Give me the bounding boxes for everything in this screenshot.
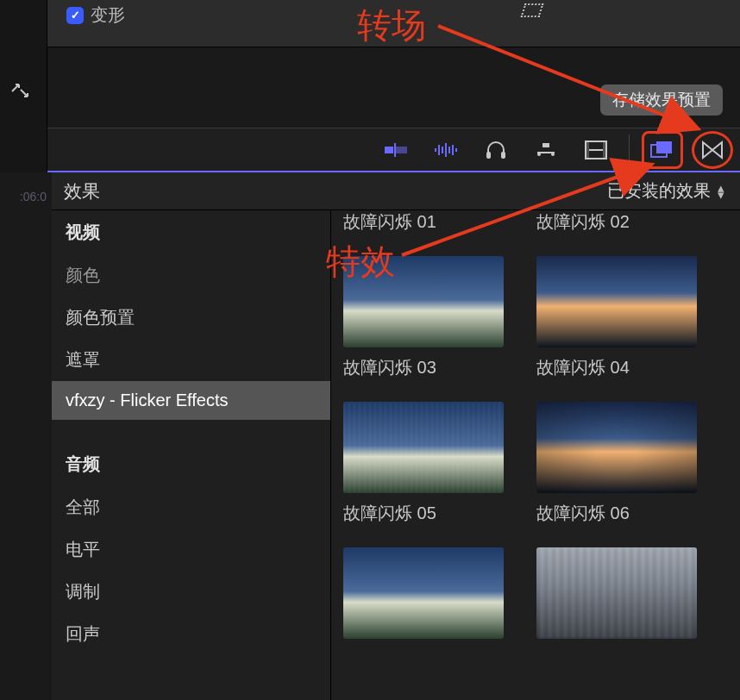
sidebar-item-color[interactable]: 颜色 xyxy=(52,254,330,297)
sidebar-item-modulation[interactable]: 调制 xyxy=(52,571,330,613)
svg-rect-0 xyxy=(385,147,393,153)
effect-thumbnail xyxy=(343,256,504,347)
effect-item[interactable] xyxy=(343,547,504,639)
effects-title: 效果 xyxy=(64,179,100,203)
transitions-browser-button[interactable] xyxy=(692,131,733,169)
expand-icon[interactable] xyxy=(10,81,29,100)
color-correction-icon[interactable] xyxy=(525,131,567,169)
effect-thumbnail xyxy=(343,547,504,639)
effect-thumbnail xyxy=(536,402,697,493)
save-effect-preset-button[interactable]: 存储效果预置 xyxy=(600,84,723,116)
svg-rect-2 xyxy=(394,143,396,157)
installed-effects-dropdown[interactable]: 已安装的效果 ▴▾ xyxy=(607,179,724,203)
sidebar-item-mask[interactable]: 遮罩 xyxy=(52,339,330,381)
transform-checkbox[interactable]: ✓ xyxy=(66,7,84,24)
effect-label: 故障闪烁 02 xyxy=(536,210,697,256)
svg-rect-14 xyxy=(542,143,549,147)
chevron-updown-icon: ▴▾ xyxy=(718,184,724,197)
inspector-top-strip: ✓ 变形 xyxy=(47,0,740,47)
transform-checkbox-row[interactable]: ✓ 变形 xyxy=(66,3,125,27)
svg-rect-1 xyxy=(395,147,407,153)
browser-toolbar xyxy=(47,128,740,172)
svg-rect-5 xyxy=(442,147,443,153)
effect-item[interactable]: 故障闪烁 06 xyxy=(536,402,697,547)
sidebar-video-header: 视频 xyxy=(52,210,330,254)
svg-rect-6 xyxy=(445,143,447,157)
effects-panel-header: 效果 已安装的效果 ▴▾ xyxy=(52,172,740,210)
effects-browser-button[interactable] xyxy=(642,131,683,169)
svg-rect-18 xyxy=(603,141,606,159)
effect-label: 故障闪烁 04 xyxy=(536,347,697,402)
effect-thumbnail xyxy=(536,256,697,347)
svg-rect-11 xyxy=(501,152,505,159)
svg-rect-17 xyxy=(586,141,589,159)
svg-rect-15 xyxy=(537,152,555,153)
toolbar-separator xyxy=(629,134,630,166)
svg-rect-21 xyxy=(656,141,672,153)
timecode-fragment: :06:0 xyxy=(0,174,52,203)
crop-distort-icon[interactable] xyxy=(523,3,542,21)
sidebar-audio-header: 音频 xyxy=(52,442,330,486)
effect-label: 故障闪烁 05 xyxy=(343,493,504,547)
svg-rect-4 xyxy=(438,145,440,155)
sidebar-item-flicker-effects[interactable]: vfxzy - Flicker Effects xyxy=(52,381,330,420)
effect-thumbnail xyxy=(343,402,504,493)
clip-trim-icon[interactable] xyxy=(375,131,417,169)
effect-item[interactable] xyxy=(536,547,697,639)
left-gutter xyxy=(0,0,47,172)
sidebar-item-color-presets[interactable]: 颜色预置 xyxy=(52,297,330,339)
sidebar-item-levels[interactable]: 电平 xyxy=(52,528,330,571)
svg-rect-8 xyxy=(452,145,454,155)
effect-label: 故障闪烁 06 xyxy=(536,493,697,547)
effect-label: 故障闪烁 03 xyxy=(343,347,504,402)
effect-item[interactable]: 故障闪烁 04 xyxy=(536,256,697,402)
effects-sidebar: 视频 颜色 颜色预置 遮罩 vfxzy - Flicker Effects 音频… xyxy=(52,210,331,700)
svg-rect-10 xyxy=(486,152,491,159)
effect-item[interactable]: 故障闪烁 03 xyxy=(343,256,504,402)
sidebar-item-all[interactable]: 全部 xyxy=(52,486,330,528)
effects-grid: 故障闪烁 01 故障闪烁 02 故障闪烁 03 故障闪烁 04 故障闪烁 05 … xyxy=(331,210,740,700)
effect-label: 故障闪烁 01 xyxy=(343,210,504,256)
audio-waveform-icon[interactable] xyxy=(425,131,467,169)
svg-rect-7 xyxy=(448,147,450,153)
filmstrip-icon[interactable] xyxy=(575,131,617,169)
effect-item[interactable]: 故障闪烁 05 xyxy=(343,402,504,547)
sidebar-item-echo[interactable]: 回声 xyxy=(52,613,330,655)
headphones-icon[interactable] xyxy=(475,131,517,169)
svg-rect-9 xyxy=(455,148,457,152)
effect-thumbnail xyxy=(536,547,697,639)
svg-rect-3 xyxy=(435,148,436,152)
transform-label: 变形 xyxy=(91,3,125,27)
installed-effects-label: 已安装的效果 xyxy=(607,179,711,203)
